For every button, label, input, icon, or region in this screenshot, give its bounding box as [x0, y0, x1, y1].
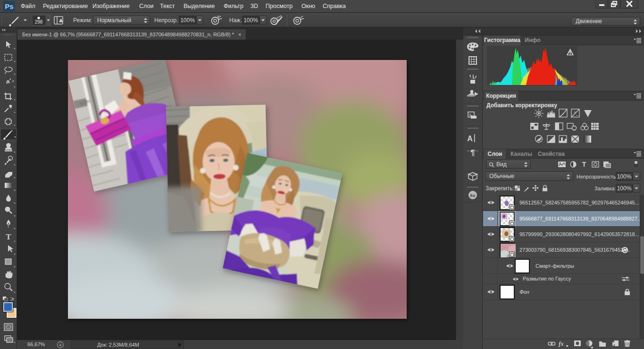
svg-text:T: T: [582, 161, 586, 168]
svg-text:¶: ¶: [471, 149, 475, 157]
svg-text:A: A: [467, 135, 473, 143]
svg-text:ku: ku: [470, 193, 476, 198]
svg-text:T: T: [6, 232, 11, 241]
svg-text:fx: fx: [559, 340, 564, 347]
svg-text:−: −: [576, 113, 578, 118]
svg-text:298: 298: [35, 19, 43, 25]
